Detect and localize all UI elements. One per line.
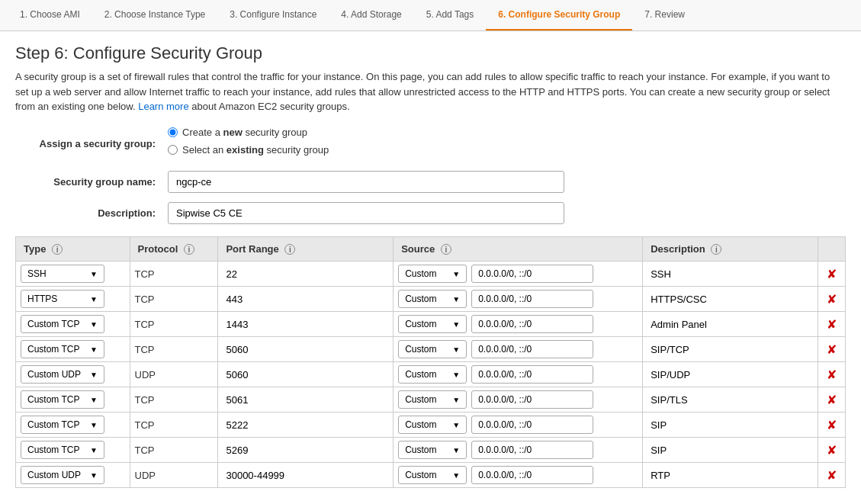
port-input-2[interactable] [223,316,388,333]
description-input-6[interactable] [647,416,813,434]
cell-source-5: Custom▼ [394,387,643,413]
description-input-1[interactable] [647,291,813,308]
wizard-step-step4[interactable]: 4. Add Storage [329,0,413,30]
delete-rule-button-0[interactable]: ✘ [825,265,838,283]
description-label: Description: [15,207,168,219]
source-ip-input-6[interactable] [471,416,593,434]
cell-description-6 [643,413,818,438]
source-ip-input-1[interactable] [471,290,593,308]
type-dropdown-3[interactable]: Custom TCP▼ [21,340,104,358]
source-dropdown-0[interactable]: Custom▼ [398,265,467,283]
type-dropdown-5[interactable]: Custom TCP▼ [21,390,104,409]
type-dropdown-0[interactable]: SSH▼ [21,265,104,283]
cell-delete-0: ✘ [818,262,846,287]
source-ip-input-3[interactable] [471,340,593,358]
security-group-name-input[interactable] [168,171,564,193]
source-ip-input-5[interactable] [471,390,593,409]
cell-source-6: Custom▼ [394,413,643,438]
source-ip-input-0[interactable] [471,265,593,283]
delete-rule-button-5[interactable]: ✘ [825,391,838,409]
create-new-option[interactable]: Create a new security group [168,127,329,138]
cell-protocol-4: UDP [130,362,218,387]
chevron-down-icon: ▼ [452,446,460,454]
type-info-icon[interactable]: i [52,244,63,255]
source-dropdown-3[interactable]: Custom▼ [398,340,467,358]
description-input-8[interactable] [647,467,813,484]
cell-protocol-7: TCP [130,438,218,463]
select-existing-radio[interactable] [168,145,178,155]
wizard-step-step3[interactable]: 3. Configure Instance [217,0,329,30]
source-ip-input-8[interactable] [471,466,593,484]
source-dropdown-2[interactable]: Custom▼ [398,315,467,333]
security-group-name-label: Security group name: [15,176,168,188]
type-dropdown-4[interactable]: Custom UDP▼ [21,365,104,384]
create-new-radio[interactable] [168,127,178,137]
port-input-4[interactable] [223,366,388,384]
cell-type-4: Custom UDP▼ [16,362,130,387]
type-dropdown-6[interactable]: Custom TCP▼ [21,416,104,434]
source-dropdown-1[interactable]: Custom▼ [398,290,467,308]
delete-rule-button-2[interactable]: ✘ [825,316,838,333]
port-input-7[interactable] [223,441,388,459]
port-range-info-icon[interactable]: i [284,244,295,255]
source-dropdown-4[interactable]: Custom▼ [398,365,467,384]
cell-protocol-8: UDP [130,463,218,488]
page-title: Step 6: Configure Security Group [15,43,846,63]
description-input-5[interactable] [647,391,813,409]
wizard-step-step7[interactable]: 7. Review [632,0,697,30]
source-ip-input-7[interactable] [471,441,593,459]
type-dropdown-7[interactable]: Custom TCP▼ [21,441,104,459]
assign-security-group-row: Assign a security group: Create a new se… [15,127,846,162]
wizard-step-step2[interactable]: 2. Choose Instance Type [92,0,218,30]
cell-type-2: Custom TCP▼ [16,312,130,337]
source-dropdown-8[interactable]: Custom▼ [398,466,467,484]
description-input-2[interactable] [647,316,813,333]
cell-type-3: Custom TCP▼ [16,337,130,362]
source-ip-input-2[interactable] [471,315,593,333]
source-info-icon[interactable]: i [441,244,451,255]
cell-source-8: Custom▼ [394,463,643,488]
wizard-step-step1[interactable]: 1. Choose AMI [8,0,92,30]
table-row: Custom TCP▼TCPCustom▼✘ [16,387,846,413]
description-input[interactable] [168,202,564,224]
col-port-range: Port Range i [218,236,394,262]
cell-port-6 [218,413,394,438]
delete-rule-button-3[interactable]: ✘ [825,341,838,358]
chevron-down-icon: ▼ [90,471,98,480]
wizard-step-step5[interactable]: 5. Add Tags [414,0,487,30]
description-info-icon[interactable]: i [711,244,721,255]
col-actions [818,236,846,262]
cell-description-2 [643,312,818,337]
description-input-7[interactable] [647,441,813,459]
port-input-3[interactable] [223,341,388,358]
col-type: Type i [16,236,130,262]
chevron-down-icon: ▼ [452,371,460,379]
port-input-1[interactable] [223,291,388,308]
delete-rule-button-7[interactable]: ✘ [825,441,838,459]
source-dropdown-6[interactable]: Custom▼ [398,416,467,434]
source-ip-input-4[interactable] [471,365,593,384]
source-dropdown-5[interactable]: Custom▼ [398,390,467,409]
chevron-down-icon: ▼ [90,421,98,429]
protocol-info-icon[interactable]: i [184,244,194,255]
select-existing-option[interactable]: Select an existing security group [168,144,329,156]
type-dropdown-8[interactable]: Custom UDP▼ [21,466,104,484]
delete-rule-button-8[interactable]: ✘ [825,467,838,484]
port-input-6[interactable] [223,416,388,434]
delete-rule-button-6[interactable]: ✘ [825,416,838,434]
description-input-4[interactable] [647,366,813,384]
chevron-down-icon: ▼ [452,295,460,303]
description-input-3[interactable] [647,341,813,358]
wizard-step-step6[interactable]: 6. Configure Security Group [486,0,632,30]
port-input-8[interactable] [223,467,388,484]
source-dropdown-7[interactable]: Custom▼ [398,441,467,459]
type-dropdown-2[interactable]: Custom TCP▼ [21,315,104,333]
description-input-0[interactable] [647,265,813,283]
delete-rule-button-1[interactable]: ✘ [825,291,838,308]
chevron-down-icon: ▼ [452,421,460,429]
type-dropdown-1[interactable]: HTTPS▼ [21,290,104,308]
delete-rule-button-4[interactable]: ✘ [825,366,838,384]
port-input-0[interactable] [223,265,388,283]
port-input-5[interactable] [223,391,388,409]
learn-more-link[interactable]: Learn more [138,101,188,112]
